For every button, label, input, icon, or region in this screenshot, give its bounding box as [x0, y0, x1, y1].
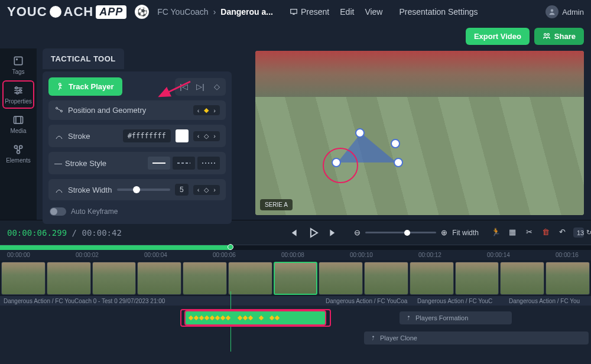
export-video-button[interactable]: Export Video — [466, 28, 530, 45]
left-sidebar: Tags Properties Media Elements — [0, 48, 37, 220]
prev-frame-button[interactable]: |◁ — [176, 79, 191, 95]
delete-icon[interactable]: 🗑 — [540, 228, 551, 238]
film-icon[interactable]: ▦ — [507, 228, 518, 238]
avatar-icon — [545, 5, 558, 18]
keyframe-strip[interactable] — [184, 310, 326, 326]
edit-link[interactable]: Edit — [340, 7, 354, 17]
stroke-solid-option[interactable] — [148, 157, 170, 170]
track-player-clone[interactable]: Player Clone — [364, 332, 589, 344]
time-display: 00:00:06.299 / 00:00:42 — [7, 228, 122, 238]
next-keyframe-icon[interactable]: › — [212, 107, 217, 114]
sidebar-item-properties[interactable]: Properties — [2, 80, 34, 109]
zoom-out-icon[interactable]: ⊖ — [354, 228, 361, 237]
zoom-in-icon[interactable]: ⊕ — [441, 228, 447, 237]
undo-icon[interactable]: ↶ — [557, 228, 567, 238]
svg-point-2 — [544, 34, 546, 36]
topbar: YOUCACH APP ⚽ FC YouCoach › Dangerou a..… — [0, 0, 591, 24]
color-swatch[interactable] — [176, 129, 189, 142]
panel-title: TACTICAL TOOL — [43, 48, 124, 69]
view-link[interactable]: View — [365, 7, 382, 17]
properties-panel: TACTICAL TOOL Track Player |◁ ▷| ◇ Posit… — [37, 48, 238, 220]
zoom-slider[interactable] — [365, 232, 436, 233]
logo: YOUCACH APP — [7, 4, 126, 20]
soccer-ball-icon — [50, 6, 61, 18]
player-highlight-circle — [323, 148, 358, 183]
breadcrumb: FC YouCoach › Dangerou a... — [157, 7, 273, 17]
svg-rect-0 — [291, 9, 297, 14]
erase-button[interactable]: ◇ — [209, 79, 225, 95]
top-menu: Present Edit View Presentation Settings — [290, 7, 478, 17]
keyframe-diamond-icon[interactable]: ◆ — [202, 106, 210, 114]
play-button[interactable] — [307, 226, 320, 239]
history-count[interactable]: 13 ↻ — [573, 228, 584, 238]
stroke-width-slider[interactable] — [117, 188, 170, 191]
svg-point-7 — [20, 89, 21, 91]
svg-point-3 — [547, 34, 550, 36]
present-link[interactable]: Present — [290, 7, 329, 17]
scrub-bar[interactable] — [0, 245, 591, 250]
stroke-color-value[interactable]: #ffffffff — [123, 129, 171, 142]
fit-width-button[interactable]: Fit width — [452, 229, 479, 237]
svg-point-19 — [372, 336, 374, 337]
playhead-icon[interactable] — [228, 244, 233, 250]
next-frame-button[interactable]: ▷| — [193, 79, 208, 95]
track-player-button[interactable]: Track Player — [48, 77, 122, 96]
action-bar: Export Video Share — [0, 24, 591, 48]
team-icon[interactable]: ⚽ — [135, 5, 149, 19]
auto-keyframe-toggle[interactable] — [50, 207, 66, 216]
stroke-dotted-option[interactable] — [197, 157, 220, 170]
skip-forward-button[interactable] — [327, 226, 340, 239]
sidebar-item-tags[interactable]: Tags — [2, 51, 34, 79]
svg-point-12 — [17, 151, 20, 154]
cut-icon[interactable]: ✂ — [524, 228, 534, 238]
svg-point-15 — [59, 83, 61, 85]
tactical-overlay — [337, 133, 397, 162]
sidebar-item-media[interactable]: Media — [2, 110, 34, 138]
clip-label: Dangerous Action / FC YouCoach 0 - Test … — [0, 296, 322, 306]
svg-rect-9 — [14, 116, 23, 124]
stroke-dashed-option[interactable] — [173, 157, 195, 170]
video-preview[interactable]: SERIE A — [238, 48, 591, 220]
stroke-width-value[interactable]: 5 — [175, 184, 189, 196]
svg-point-8 — [17, 92, 18, 94]
svg-point-5 — [17, 59, 18, 60]
svg-point-18 — [408, 316, 410, 317]
svg-point-6 — [15, 87, 17, 89]
user-menu[interactable]: Admin — [545, 5, 584, 18]
clips-row[interactable] — [0, 261, 591, 296]
skip-back-button[interactable] — [287, 226, 300, 239]
share-button[interactable]: Share — [534, 28, 584, 45]
presentation-settings-link[interactable]: Presentation Settings — [399, 7, 478, 17]
time-ruler: 00:00:00 00:00:02 00:00:04 00:00:06 00:0… — [0, 250, 591, 261]
svg-rect-4 — [14, 57, 22, 64]
timeline: 00:00:06.299 / 00:00:42 ⊖ ⊕ Fit width 🏃 … — [0, 220, 591, 352]
breadcrumb-current[interactable]: Dangerou a... — [220, 7, 273, 17]
stroke-style-row: —Stroke Style — [48, 152, 226, 174]
svg-point-1 — [551, 9, 554, 12]
breadcrumb-team[interactable]: FC YouCoach — [157, 7, 208, 17]
clip-label: Dangerous Action / FC YouC — [414, 296, 505, 306]
prev-keyframe-icon[interactable]: ‹ — [196, 107, 202, 114]
sidebar-item-elements[interactable]: Elements — [2, 139, 34, 168]
runner-icon[interactable]: 🏃 — [491, 228, 501, 238]
track-players-formation[interactable]: Players Formation — [400, 311, 512, 324]
stroke-row: Stroke #ffffffff ‹◇› — [48, 125, 226, 147]
auto-keyframe-toggle-row: Auto Keyframe — [48, 205, 226, 218]
position-geometry-row[interactable]: Position and Geometry ‹◆› — [48, 100, 226, 120]
clip-label: Dangerous Action / FC You — [505, 296, 591, 306]
league-badge: SERIE A — [260, 199, 293, 210]
stroke-width-row: Stroke Width 5 ‹◇› — [48, 179, 226, 200]
clip-label: Dangerous Action / FC YouCoa — [322, 296, 414, 306]
